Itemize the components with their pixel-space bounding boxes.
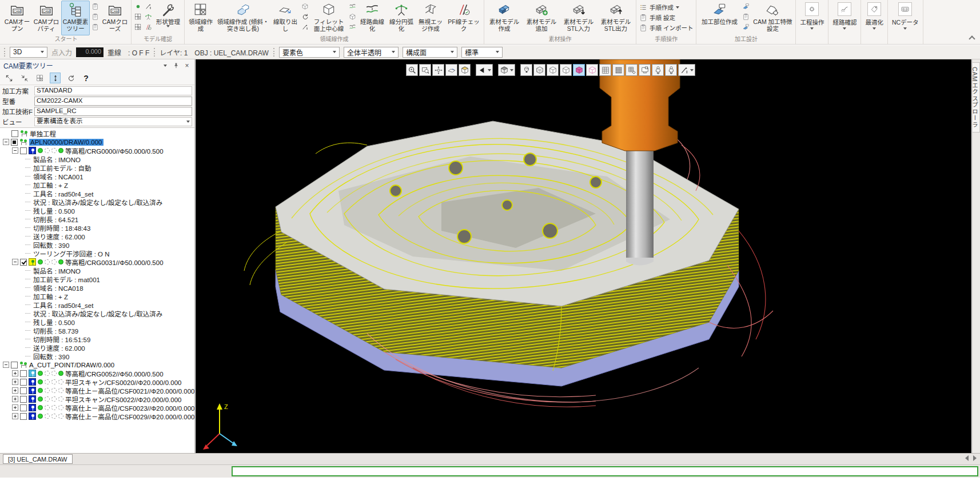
toolbar-grip[interactable]: [4, 48, 5, 57]
expand-expander[interactable]: [12, 387, 18, 394]
expand-expander[interactable]: [12, 404, 18, 411]
material-stl-input-button[interactable]: 素材モデル STL入力: [560, 1, 597, 35]
grid-settings-button[interactable]: [626, 64, 638, 76]
outline-cube-button[interactable]: [560, 64, 572, 76]
grid-fine-button[interactable]: [599, 64, 611, 76]
element-color-select[interactable]: 要素色: [279, 47, 340, 58]
grid-add-icon[interactable]: [133, 22, 143, 32]
wave-line-icon[interactable]: [348, 2, 357, 11]
zoom-in-button[interactable]: [406, 64, 418, 76]
solid-cube-button[interactable]: [573, 64, 585, 76]
grid-dense-button[interactable]: [612, 64, 624, 76]
material-model-add-button[interactable]: 素材モデル追加: [523, 1, 560, 35]
checkbox[interactable]: [20, 404, 27, 411]
checkbox[interactable]: [20, 147, 27, 154]
measure-line-button[interactable]: [678, 64, 695, 76]
type-lamp-button[interactable]: [520, 64, 532, 76]
check-flag-icon[interactable]: [144, 22, 153, 32]
collapse-expander[interactable]: [12, 259, 18, 265]
tree-item-apln0000[interactable]: APLN0000/DRAW/0.000: [0, 138, 194, 146]
feature-list-icon[interactable]: [741, 12, 751, 22]
tree-item-crg0000[interactable]: 等高粗/CRG0000//Φ50.000/0.500: [0, 146, 194, 155]
expand-expander[interactable]: [12, 413, 18, 419]
ignore-edge-button[interactable]: 無視エッジ作成: [416, 1, 445, 35]
wireframe-cube-button[interactable]: [533, 64, 545, 76]
region-line-create-button[interactable]: 領域線作成: [186, 1, 215, 35]
close-icon[interactable]: ×: [183, 62, 191, 70]
arc-fit-button[interactable]: 線分円弧化: [387, 1, 416, 35]
surface-select[interactable]: 構成面: [403, 47, 457, 58]
zoom-window-button[interactable]: [419, 64, 431, 76]
collapse-expander[interactable]: [12, 147, 18, 154]
checkbox-partial[interactable]: [11, 139, 18, 146]
tree-item-a-cut-point[interactable]: A_CUT_POINT/DRAW/0.000: [0, 360, 194, 369]
model-number-field[interactable]: CM2022-CAMX: [34, 97, 192, 106]
material-stl-output-button[interactable]: 素材モデル STL出力: [597, 1, 634, 35]
sort-updown-button[interactable]: [50, 73, 61, 83]
3d-viewport[interactable]: Z: [196, 59, 971, 453]
machining-part-create-button[interactable]: 加工部位作成: [698, 1, 740, 35]
process-operation-button[interactable]: 工程操作: [796, 0, 828, 44]
table-view-button[interactable]: [34, 73, 45, 83]
hidden-line-cube-button[interactable]: [547, 64, 559, 76]
checkbox[interactable]: [20, 413, 27, 420]
view-mode-select[interactable]: 3D: [10, 47, 47, 58]
expand-expander[interactable]: [12, 370, 18, 376]
ribbon-collapse-button[interactable]: [969, 35, 975, 42]
tree-item-cfs0022[interactable]: 平坦スキャン/CFS0022//Φ20.000/0.000: [0, 395, 194, 403]
region-line-create-tilt-button[interactable]: 領域線作成 (傾斜・突き出し長): [216, 1, 270, 35]
standard-select[interactable]: 標準: [461, 47, 503, 58]
checkbox[interactable]: [20, 379, 27, 386]
document-tab-active[interactable]: [3] UEL_CAM.DRAW: [3, 454, 73, 464]
toolbar-grip[interactable]: [273, 48, 274, 57]
tool-display-button[interactable]: [652, 64, 664, 76]
cam-explorer-tab[interactable]: CAMエクスプローラ: [973, 62, 980, 133]
checkbox[interactable]: [20, 396, 27, 403]
green-marker-icon[interactable]: [133, 2, 143, 11]
tree-item-crg0031[interactable]: 等高粗/CRG0031//Φ50.000/0.500: [0, 258, 194, 266]
copy-pages-icon[interactable]: [90, 12, 100, 22]
cam-open-button[interactable]: CAMオープン: [3, 1, 31, 35]
collapse-expander[interactable]: [3, 362, 9, 368]
command-input[interactable]: [232, 466, 978, 476]
shading-mode-button[interactable]: [498, 64, 515, 76]
collapse-expander[interactable]: [3, 139, 9, 145]
wave-line2-icon[interactable]: [348, 22, 357, 32]
procedure-setting-button[interactable]: 手順 設定: [639, 13, 693, 22]
toolbar-grip[interactable]: [154, 48, 155, 57]
nc-data-button[interactable]: NCデータ: [888, 0, 923, 44]
procedure-create-button[interactable]: 手順作成: [639, 3, 693, 11]
cam-feature-setting-button[interactable]: CAM 加工特徴設定: [751, 1, 794, 35]
part-small2-icon[interactable]: [741, 22, 751, 32]
procedure-import-button[interactable]: 手順 インポート: [639, 23, 693, 32]
help-button[interactable]: ?: [81, 73, 91, 83]
panel-menu-button[interactable]: [161, 62, 169, 70]
checkbox[interactable]: [11, 362, 18, 368]
checkbox[interactable]: [20, 370, 27, 377]
line-extract-button[interactable]: 線取り出し: [271, 1, 300, 35]
cam-element-tree-button[interactable]: CAM要素ツリー: [61, 1, 90, 35]
screen-monitor-button[interactable]: [639, 64, 651, 76]
cam-close-button[interactable]: CAMクローズ: [101, 1, 129, 35]
transparency-select[interactable]: 全体半透明: [344, 47, 399, 58]
tree-item-cfs0020[interactable]: 平坦スキャン/CFS0020//Φ20.000/0.000: [0, 378, 194, 386]
expand-expander[interactable]: [12, 379, 18, 385]
optimize-button[interactable]: 最適化: [861, 0, 888, 44]
tree-item-crg0052[interactable]: 等高粗/CRG0052//Φ50.000/0.500: [0, 369, 194, 378]
checkbox[interactable]: [20, 387, 27, 394]
transparent-cube-button[interactable]: [586, 64, 598, 76]
shape-manage-button[interactable]: 形状管理: [154, 1, 182, 35]
note-clipboard-icon[interactable]: [90, 22, 100, 32]
part-small-icon[interactable]: [741, 2, 751, 11]
tab-scroll-right-icon[interactable]: [973, 455, 977, 461]
cube-small-icon[interactable]: [300, 2, 310, 11]
pf-line-check-button[interactable]: PF線チェック: [445, 1, 482, 35]
tree-item-csf0021[interactable]: 等高仕上－高品位/CSF0021//Φ20.000/0.000: [0, 386, 194, 395]
view-cube-button[interactable]: [459, 64, 471, 76]
rotate-curve-icon[interactable]: [300, 12, 310, 22]
machining-tech-field[interactable]: SAMPLE_RC: [34, 107, 192, 116]
view-direction-button[interactable]: [476, 64, 493, 76]
path-curve-button[interactable]: 経路曲線化: [358, 1, 387, 35]
tool-move-button[interactable]: [665, 64, 677, 76]
pin-line-icon[interactable]: [300, 22, 310, 32]
